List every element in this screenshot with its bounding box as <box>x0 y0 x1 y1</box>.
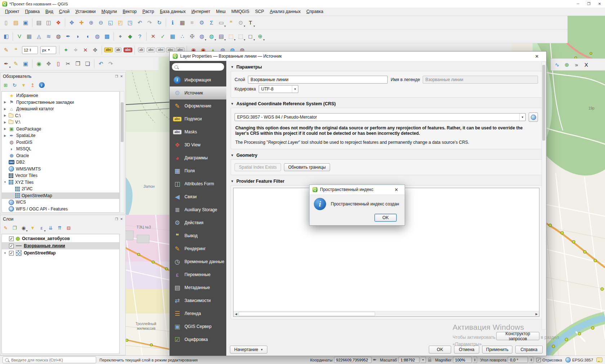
menu-item-5[interactable]: Установки <box>72 8 99 15</box>
dialog-nav-rendering[interactable]: ✎Рендеринг <box>170 242 226 255</box>
browser-properties-button[interactable]: i <box>37 81 46 89</box>
pan-map-button[interactable]: ✥ <box>67 18 76 27</box>
dialog-nav-auxiliary-storage[interactable]: ≣Auxiliary Storage <box>170 203 226 216</box>
dialog-nav-dependencies[interactable]: ⇄Зависимости <box>170 294 226 307</box>
menu-item-10[interactable]: Интернет <box>188 8 213 15</box>
toolbar-extension-button[interactable]: » <box>572 60 581 69</box>
select-tool-button[interactable]: ⬚▼ <box>226 32 236 41</box>
label-pin-button[interactable]: ✦ <box>61 45 71 55</box>
section-geometry-header[interactable]: ▼ Geometry <box>226 149 546 159</box>
menu-item-6[interactable]: Модули <box>99 8 120 15</box>
dialog-scrollbar[interactable] <box>542 62 546 330</box>
layer-item-bus-stops[interactable]: ✓Остановки_автобусов <box>2 235 119 242</box>
project-save-button[interactable]: ▣ <box>21 18 30 27</box>
layers-filter-expression-button[interactable]: ε▼ <box>37 224 46 232</box>
add-xyz-layer-button[interactable]: ▩ <box>102 32 112 41</box>
processing-chip-button[interactable]: ▤▼ <box>217 32 226 41</box>
dialog-nav-variables[interactable]: εПеременные <box>170 268 226 281</box>
delete-selected-button[interactable]: ▯ <box>54 59 63 68</box>
add-wms-layer-button[interactable]: ◍ <box>93 32 102 41</box>
dialog-nav-3d-view[interactable]: ❖3D View <box>170 138 226 151</box>
add-feature-button[interactable]: ◉ <box>34 59 44 68</box>
processing-toolbox-button[interactable]: ◆ <box>125 32 135 41</box>
browser-item-geopackage[interactable]: ▶▣GeoPackage <box>2 126 119 133</box>
statusbar-search-input[interactable] <box>10 358 94 363</box>
zoom-out-button[interactable]: ⊖ <box>96 18 106 27</box>
section-parameters-header[interactable]: ▼ Параметры <box>226 61 546 71</box>
style-menu-button[interactable]: Начертание▼ <box>230 346 267 354</box>
open-attribute-table-button[interactable]: ▦ <box>178 18 187 27</box>
layers-manage-themes-button[interactable]: ◉▼ <box>19 224 28 232</box>
map-tips-button[interactable]: ❝ <box>226 18 236 27</box>
project-open-button[interactable]: ▨ <box>11 18 21 27</box>
label-unpin-button[interactable]: ✧ <box>71 45 80 55</box>
dialog-nav-metadata[interactable]: ▤Метаданные <box>170 281 226 294</box>
add-postgis-layer-button[interactable]: ◍ <box>54 32 63 41</box>
layers-filter-legend-button[interactable]: ▼ <box>28 224 37 232</box>
dialog-close-icon[interactable]: ✕ <box>530 54 543 59</box>
rotation-input[interactable] <box>508 357 528 363</box>
label-toolbar-paint-button[interactable]: ✎ <box>1 45 11 55</box>
browser-item-vector-tiles[interactable]: Vector Tiles <box>2 172 119 179</box>
browser-item-spatialite[interactable]: ▶✒SpatiaLite <box>2 132 119 139</box>
expander-icon[interactable]: ▶ <box>3 121 7 124</box>
browser-item-drive-v[interactable]: ▶V:\ <box>2 119 119 126</box>
menu-item-14[interactable]: Анализ данных <box>267 8 303 15</box>
label-abc-1-button[interactable]: ab <box>137 45 146 55</box>
magnifier-spinner[interactable]: ▲▼ <box>473 357 477 363</box>
dialog-nav-temporal[interactable]: ◷Временные данные <box>170 255 226 268</box>
apply-button[interactable]: Применить <box>482 346 512 354</box>
scale-input[interactable] <box>399 357 419 363</box>
browser-collapse-all-button[interactable]: ↥ <box>28 81 37 89</box>
interpolation-button[interactable]: ∴ <box>178 32 187 41</box>
label-abc-2-button[interactable]: abc <box>146 45 156 55</box>
dialog-nav-labels[interactable]: abcПодписи <box>170 112 226 125</box>
expander-icon[interactable]: ▶ <box>3 101 7 104</box>
coordinates-input[interactable] <box>334 357 372 363</box>
label-abc-callout-button[interactable]: ab <box>114 45 123 55</box>
browser-item-spatial-bookmarks[interactable]: ▶⚑Пространственные закладки <box>2 99 119 106</box>
menu-item-7[interactable]: Вектор <box>120 8 140 15</box>
browser-item-wcs[interactable]: WCS <box>2 199 119 206</box>
cancel-button[interactable]: Отмена <box>454 346 479 354</box>
zoom-to-layer-button[interactable]: ◳ <box>125 18 135 27</box>
menu-item-11[interactable]: Меш <box>213 8 228 15</box>
maximize-button[interactable]: ❐ <box>583 0 594 8</box>
crs-status-globe-icon[interactable] <box>565 357 571 363</box>
dialog-nav-attributes-form[interactable]: ◫Attributes Form <box>170 177 226 190</box>
browser-item-postgis[interactable]: ◍PostGIS <box>2 139 119 146</box>
dialog-nav-legend[interactable]: ☰Легенда <box>170 307 226 320</box>
scale-lock-icon[interactable] <box>428 359 431 362</box>
menu-item-4[interactable]: Слой <box>56 8 72 15</box>
dialog-nav-digitizing[interactable]: ☑Оцифровка <box>170 333 226 346</box>
ok-button[interactable]: OK <box>429 346 451 354</box>
zoom-in-button[interactable]: ⊕ <box>86 18 96 27</box>
web-globe-1-button[interactable]: ◍▼ <box>197 32 206 41</box>
label-highlight-button[interactable]: ❝ <box>11 45 21 55</box>
zoom-next-button[interactable]: ↷ <box>145 18 154 27</box>
save-edits-button[interactable]: ▣ <box>21 59 30 68</box>
section-crs-header[interactable]: ▼ Assigned Coordinate Reference System (… <box>226 98 546 108</box>
expander-icon[interactable]: ▶ <box>3 127 7 130</box>
browser-item-wms-wmts[interactable]: WMS/WMTS <box>2 166 119 173</box>
statistics-button[interactable]: Σ <box>207 18 216 27</box>
layers-expand-all-button[interactable]: ⇊ <box>46 224 55 232</box>
current-edits-button[interactable]: ✒▼ <box>1 59 11 68</box>
update-extents-button[interactable]: Обновить границы <box>284 163 330 171</box>
identify-features-button[interactable]: ℹ <box>168 18 177 27</box>
new-print-layout-button[interactable]: ▤ <box>34 18 44 27</box>
label-hide-button[interactable]: ✕ <box>81 45 90 55</box>
pan-to-selection-button[interactable]: ✚ <box>77 18 86 27</box>
layers-open-style-dock-button[interactable]: ✎ <box>1 224 10 232</box>
add-vector-layer-button[interactable]: V <box>15 32 24 41</box>
message-box-close-icon[interactable]: ✕ <box>391 187 402 192</box>
browser-add-selected-layers-button[interactable]: ⊞ <box>1 81 10 89</box>
dialog-title-bar[interactable]: Q Layer Properties — Взорванные линии — … <box>170 52 546 61</box>
menu-item-1[interactable]: Проект <box>2 8 22 15</box>
vertex-tool-button[interactable]: ✕ <box>148 32 158 41</box>
expander-icon[interactable]: ▼ <box>3 252 7 255</box>
add-oracle-layer-button[interactable]: ◖ <box>83 32 92 41</box>
layer-visibility-checkbox[interactable]: ✓ <box>9 244 14 248</box>
data-source-manager-button[interactable]: ◧ <box>1 32 11 41</box>
move-feature-button[interactable]: ✥ <box>44 59 53 68</box>
